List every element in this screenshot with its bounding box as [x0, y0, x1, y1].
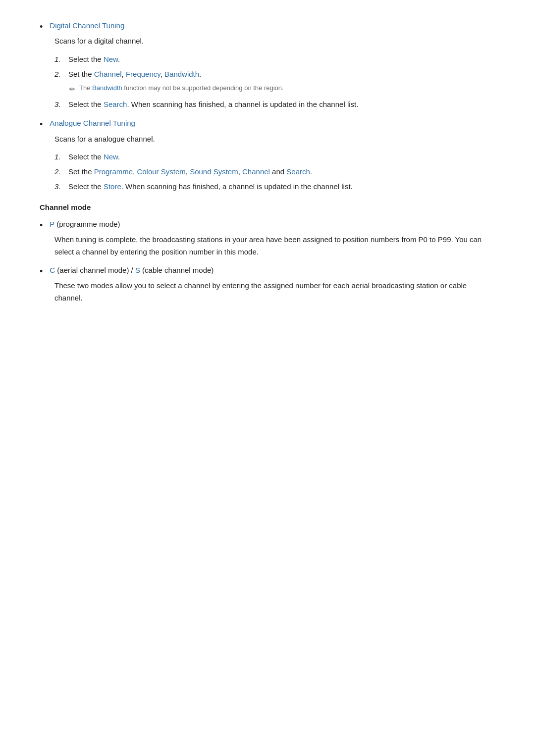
step-1-text: Select the New.	[68, 53, 120, 65]
analogue-step-2-channel-link[interactable]: Channel	[242, 167, 270, 176]
analogue-step-3-store-link[interactable]: Store	[104, 182, 121, 191]
channel-mode-p-link[interactable]: P	[50, 220, 54, 228]
step-1-new-link[interactable]: New	[104, 55, 118, 63]
analogue-channel-tuning-link[interactable]: Analogue Channel Tuning	[50, 119, 135, 127]
step-2-channel-link[interactable]: Channel	[94, 70, 122, 78]
analogue-step-2-colour-link[interactable]: Colour System	[137, 167, 185, 176]
analogue-step-2-programme-link[interactable]: Programme	[94, 167, 133, 176]
digital-channel-tuning-link[interactable]: Digital Channel Tuning	[50, 21, 124, 30]
step-3-num: 3.	[54, 99, 68, 110]
step-2-num: 2.	[54, 68, 68, 80]
note-bandwidth-link[interactable]: Bandwidth	[92, 84, 122, 92]
step-2-bandwidth-link[interactable]: Bandwidth	[164, 70, 199, 78]
digital-channel-tuning-desc: Scans for a digital channel.	[54, 35, 495, 48]
analogue-step-3: 3. Select the Store. When scanning has f…	[54, 181, 495, 193]
digital-channel-tuning-title: Digital Channel Tuning	[50, 20, 124, 32]
bullet-icon-2: •	[40, 118, 43, 131]
channel-mode-p-bullet: • P (programme mode)	[40, 218, 495, 232]
analogue-step-2-sound-link[interactable]: Sound System	[190, 167, 238, 176]
analogue-step-3-text: Select the Store. When scanning has fini…	[68, 181, 353, 193]
analogue-channel-tuning-section: • Analogue Channel Tuning Scans for a an…	[40, 117, 495, 193]
analogue-step-2-text: Set the Programme, Colour System, Sound …	[68, 166, 312, 178]
channel-mode-heading: Channel mode	[40, 202, 495, 213]
analogue-step-1-new-link[interactable]: New	[104, 152, 118, 161]
digital-step-1: 1. Select the New.	[54, 53, 495, 65]
digital-channel-tuning-bullet: • Digital Channel Tuning	[40, 20, 495, 33]
analogue-step-3-num: 3.	[54, 181, 68, 193]
step-1-num: 1.	[54, 53, 68, 65]
analogue-channel-tuning-desc: Scans for a analogue channel.	[54, 133, 495, 146]
channel-mode-p-desc: When tuning is complete, the broadcastin…	[54, 234, 495, 258]
analogue-channel-tuning-bullet: • Analogue Channel Tuning	[40, 117, 495, 131]
analogue-channel-tuning-title: Analogue Channel Tuning	[50, 117, 135, 129]
digital-step-2: 2. Set the Channel, Frequency, Bandwidth…	[54, 68, 495, 80]
analogue-step-2-num: 2.	[54, 166, 68, 178]
step-3-search-link[interactable]: Search	[104, 100, 127, 108]
digital-note: ✏ The Bandwidth function may not be supp…	[69, 83, 495, 95]
channel-mode-c-link[interactable]: C	[50, 266, 55, 274]
note-text: The Bandwidth function may not be suppor…	[79, 83, 284, 94]
channel-mode-cs-desc: These two modes allow you to select a ch…	[54, 280, 495, 304]
channel-mode-cs-bullet: • C (aerial channel mode) / S (cable cha…	[40, 264, 495, 278]
step-3-text: Select the Search. When scanning has fin…	[68, 99, 358, 110]
digital-channel-tuning-section: • Digital Channel Tuning Scans for a dig…	[40, 20, 495, 110]
step-2-text: Set the Channel, Frequency, Bandwidth.	[68, 68, 201, 80]
analogue-step-2: 2. Set the Programme, Colour System, Sou…	[54, 166, 495, 178]
bullet-icon-cs: •	[40, 265, 43, 278]
bullet-icon-p: •	[40, 219, 43, 232]
channel-mode-section: Channel mode • P (programme mode) When t…	[40, 202, 495, 304]
step-2-frequency-link[interactable]: Frequency	[126, 70, 160, 78]
bullet-icon: •	[40, 21, 43, 33]
channel-mode-s-link[interactable]: S	[135, 266, 140, 274]
analogue-step-1-text: Select the New.	[68, 151, 120, 163]
digital-step-3: 3. Select the Search. When scanning has …	[54, 99, 495, 110]
channel-mode-p-text: P (programme mode)	[50, 218, 120, 230]
note-pencil-icon: ✏	[69, 84, 75, 95]
channel-mode-cs-text: C (aerial channel mode) / S (cable chann…	[50, 264, 214, 276]
analogue-step-2-search-link[interactable]: Search	[286, 167, 310, 176]
analogue-step-1-num: 1.	[54, 151, 68, 163]
analogue-step-1: 1. Select the New.	[54, 151, 495, 163]
